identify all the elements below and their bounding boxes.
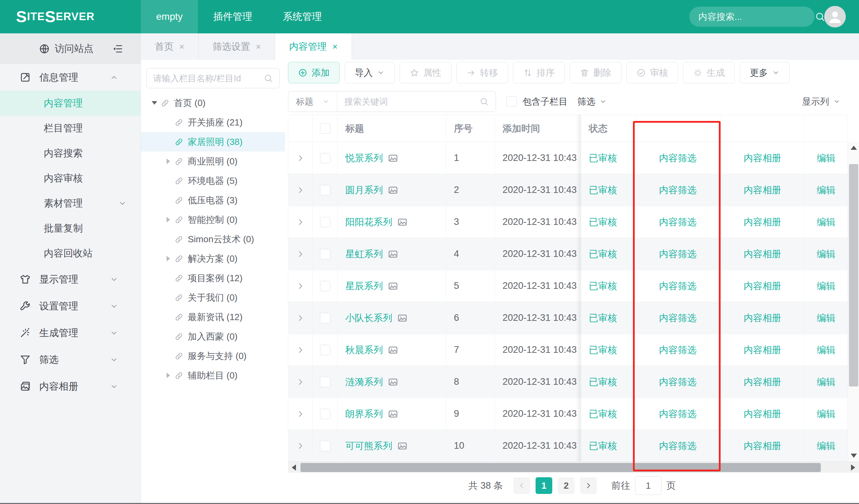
expand-row-icon[interactable] <box>296 154 305 163</box>
page-button-2[interactable]: 2 <box>558 477 575 494</box>
content-search-box[interactable] <box>689 7 814 27</box>
action-link-编辑[interactable]: 编辑 <box>817 216 836 228</box>
action-link-内容相册[interactable]: 内容相册 <box>744 248 781 260</box>
action-link-内容筛选[interactable]: 内容筛选 <box>659 248 697 260</box>
action-link-编辑[interactable]: 编辑 <box>817 344 836 356</box>
user-avatar[interactable] <box>824 6 846 27</box>
action-link-内容相册[interactable]: 内容相册 <box>744 216 781 228</box>
expand-row-icon[interactable] <box>296 409 305 418</box>
tab-内容管理[interactable]: 内容管理× <box>275 33 352 60</box>
content-title-link[interactable]: 悦景系列 <box>345 152 383 164</box>
action-link-编辑[interactable]: 编辑 <box>817 408 836 420</box>
action-link-内容筛选[interactable]: 内容筛选 <box>659 440 697 452</box>
添加-button[interactable]: 添加 <box>288 62 340 83</box>
search-field-select[interactable]: 标题 <box>288 91 337 112</box>
scroll-down-button[interactable] <box>848 450 859 462</box>
action-link-内容筛选[interactable]: 内容筛选 <box>659 280 697 292</box>
action-link-内容筛选[interactable]: 内容筛选 <box>659 312 697 324</box>
sidebar-group-内容相册[interactable]: 内容相册 <box>0 373 141 400</box>
row-checkbox[interactable] <box>320 185 330 195</box>
vertical-scrollbar[interactable] <box>848 142 859 462</box>
sidebar-group-设置管理[interactable]: 设置管理 <box>0 293 141 319</box>
vertical-scroll-thumb[interactable] <box>849 164 858 387</box>
expand-row-icon[interactable] <box>296 186 305 195</box>
filter-dropdown[interactable]: 筛选 <box>577 96 607 108</box>
action-link-内容相册[interactable]: 内容相册 <box>744 440 781 452</box>
expand-row-icon[interactable] <box>296 314 305 323</box>
action-link-内容筛选[interactable]: 内容筛选 <box>659 408 697 420</box>
expand-row-icon[interactable] <box>296 250 305 259</box>
action-link-编辑[interactable]: 编辑 <box>817 376 836 388</box>
action-link-内容相册[interactable]: 内容相册 <box>744 312 781 324</box>
visit-site-button[interactable]: 访问站点 <box>55 42 94 55</box>
action-link-内容相册[interactable]: 内容相册 <box>744 280 781 292</box>
content-title-link[interactable]: 阳阳花系列 <box>345 216 392 228</box>
top-nav-empty[interactable]: empty <box>141 0 198 33</box>
expand-row-icon[interactable] <box>296 377 305 387</box>
expand-row-icon[interactable] <box>296 441 305 450</box>
action-link-内容相册[interactable]: 内容相册 <box>744 152 781 164</box>
属性-button[interactable]: 属性 <box>400 62 451 83</box>
row-checkbox[interactable] <box>320 217 330 227</box>
action-link-编辑[interactable]: 编辑 <box>817 312 836 324</box>
goto-page-input[interactable] <box>635 476 661 495</box>
next-page-button[interactable] <box>580 477 597 494</box>
close-icon[interactable]: × <box>332 41 337 52</box>
sidebar-item-素材管理[interactable]: 素材管理 <box>0 191 141 216</box>
row-checkbox[interactable] <box>320 153 330 163</box>
content-title-link[interactable]: 小队长系列 <box>345 312 392 324</box>
tree-caret-icon[interactable] <box>162 373 174 378</box>
tree-caret-icon[interactable] <box>148 101 160 105</box>
action-link-编辑[interactable]: 编辑 <box>817 280 836 292</box>
content-title-link[interactable]: 星虹系列 <box>345 248 383 260</box>
tree-item-环境电器[interactable]: 环境电器 (5) <box>141 171 285 190</box>
tree-item-服务与支持[interactable]: 服务与支持 (0) <box>141 346 285 366</box>
expand-row-icon[interactable] <box>296 282 305 291</box>
channel-search-box[interactable] <box>146 68 280 88</box>
content-title-link[interactable]: 秋晨系列 <box>345 344 383 356</box>
tree-item-关于我们[interactable]: 关于我们 (0) <box>141 288 285 307</box>
content-search-input[interactable] <box>698 11 815 22</box>
include-children-checkbox[interactable] <box>506 96 517 107</box>
sidebar-item-栏目管理[interactable]: 栏目管理 <box>0 116 141 141</box>
action-link-编辑[interactable]: 编辑 <box>817 152 836 164</box>
content-title-link[interactable]: 圆月系列 <box>345 184 383 196</box>
page-button-1[interactable]: 1 <box>536 477 552 494</box>
expand-row-icon[interactable] <box>296 218 305 227</box>
tree-item-最新资讯[interactable]: 最新资讯 (12) <box>141 307 285 327</box>
删除-button[interactable]: 删除 <box>570 62 621 83</box>
top-nav-插件管理[interactable]: 插件管理 <box>198 0 267 33</box>
select-all-checkbox[interactable] <box>320 123 330 134</box>
close-icon[interactable]: × <box>179 41 184 52</box>
display-columns-dropdown[interactable]: 显示列 <box>802 96 840 108</box>
action-link-内容相册[interactable]: 内容相册 <box>744 344 781 356</box>
tree-item-家居照明[interactable]: 家居照明 (38) <box>141 132 285 152</box>
action-link-内容筛选[interactable]: 内容筛选 <box>659 184 697 196</box>
prev-page-button[interactable] <box>513 477 530 494</box>
expand-row-icon[interactable] <box>296 346 305 355</box>
tab-筛选设置[interactable]: 筛选设置× <box>199 33 275 60</box>
sidebar-group-筛选[interactable]: 筛选 <box>0 346 141 373</box>
tree-item-项目案例[interactable]: 项目案例 (12) <box>141 268 285 288</box>
sidebar-item-内容回收站[interactable]: 内容回收站 <box>0 241 141 266</box>
action-link-编辑[interactable]: 编辑 <box>817 184 836 196</box>
sidebar-group-信息管理[interactable]: 信息管理 <box>0 64 141 91</box>
action-link-编辑[interactable]: 编辑 <box>817 440 836 452</box>
row-checkbox[interactable] <box>320 313 330 323</box>
row-checkbox[interactable] <box>320 249 330 259</box>
row-checkbox[interactable] <box>320 409 330 419</box>
审核-button[interactable]: 审核 <box>626 62 678 83</box>
转移-button[interactable]: 转移 <box>456 62 508 83</box>
row-checkbox[interactable] <box>320 281 330 291</box>
更多-button[interactable]: 更多 <box>740 62 790 83</box>
sidebar-group-显示管理[interactable]: 显示管理 <box>0 266 141 293</box>
scroll-right-button[interactable] <box>847 462 859 473</box>
row-checkbox[interactable] <box>320 377 330 387</box>
content-title-link[interactable]: 星辰系列 <box>345 280 383 292</box>
sidebar-item-内容管理[interactable]: 内容管理 <box>0 91 141 116</box>
keyword-input[interactable] <box>344 97 480 107</box>
scroll-left-button[interactable] <box>288 462 300 473</box>
action-link-内容筛选[interactable]: 内容筛选 <box>659 216 697 228</box>
action-link-内容相册[interactable]: 内容相册 <box>744 376 781 388</box>
生成-button[interactable]: 生成 <box>683 62 735 83</box>
